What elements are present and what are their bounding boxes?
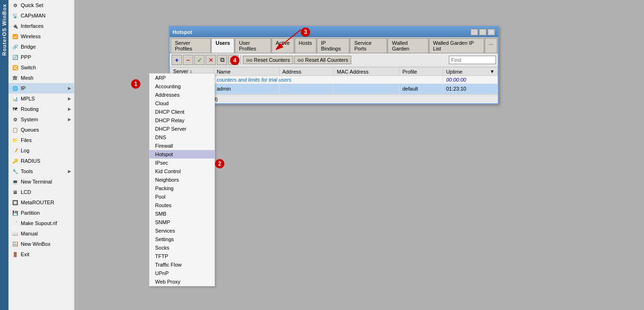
- submenu-accounting[interactable]: Accounting: [149, 82, 215, 91]
- sidebar-item-exit[interactable]: 🚪 Exit: [8, 249, 74, 260]
- submenu-services[interactable]: Services: [149, 226, 215, 235]
- capsman-icon: 📡: [11, 12, 19, 19]
- sidebar-item-interfaces[interactable]: 🔌 Interfaces: [8, 21, 74, 31]
- sidebar-item-ip[interactable]: 🌐 IP ▶: [8, 83, 74, 93]
- sidebar-item-files[interactable]: 📁 Files: [8, 135, 74, 145]
- lcd-icon: 🖥: [11, 188, 19, 196]
- submenu-dhcp-relay[interactable]: DHCP Relay: [149, 116, 215, 125]
- col-header-mac-address[interactable]: MAC Address: [334, 67, 399, 76]
- tab-active[interactable]: Active: [272, 38, 294, 53]
- hotspot-window: Hotspot _ □ ✕ Server Profiles Users User…: [169, 26, 499, 104]
- sidebar-item-mpls[interactable]: 📊 MPLS ▶: [8, 93, 74, 104]
- submenu-dhcp-client[interactable]: DHCP Client: [149, 108, 215, 116]
- submenu-neighbors[interactable]: Neighbors: [149, 176, 215, 184]
- tab-users[interactable]: Users: [211, 38, 234, 53]
- table-header-row: Server ↕ Name Address MAC Address: [170, 67, 498, 76]
- sidebar-item-lcd[interactable]: 🖥 LCD: [8, 187, 74, 197]
- interfaces-icon: 🔌: [11, 22, 19, 30]
- tab-hosts[interactable]: Hosts: [295, 38, 316, 53]
- table-row[interactable]: ☻ all admin default 01:23:10: [170, 84, 498, 94]
- submenu-dhcp-server[interactable]: DHCP Server: [149, 125, 215, 133]
- col-header-name[interactable]: Name: [214, 67, 279, 76]
- ip-arrow: ▶: [68, 86, 71, 91]
- cell-uptime: 01:23:10: [443, 84, 498, 94]
- uptime-dropdown-icon[interactable]: ▼: [490, 69, 495, 74]
- submenu-pool[interactable]: Pool: [149, 193, 215, 201]
- sidebar-item-radius[interactable]: 🔑 RADIUS: [8, 156, 74, 166]
- routing-arrow: ▶: [68, 107, 71, 111]
- reset-counters-button[interactable]: oo Reset Counters: [243, 56, 293, 64]
- remove-button[interactable]: −: [183, 55, 193, 65]
- sidebar-item-system[interactable]: ⚙ System ▶: [8, 114, 74, 125]
- tab-walled-garden-ip[interactable]: Walled Garden IP List: [429, 38, 484, 53]
- copy-button[interactable]: ⧉: [217, 55, 227, 65]
- tab-more[interactable]: ...: [485, 38, 497, 53]
- new-winbox-icon: 🪟: [11, 240, 19, 248]
- submenu-traffic-flow[interactable]: Traffic Flow: [149, 260, 215, 269]
- tab-walled-garden[interactable]: Walled Garden: [388, 38, 428, 53]
- sidebar-item-capsman[interactable]: 📡 CAPsMAN: [8, 10, 74, 21]
- cell-group-label: counters and limits for trial users: [214, 76, 443, 84]
- submenu-routes[interactable]: Routes: [149, 201, 215, 209]
- tab-server-profiles[interactable]: Server Profiles: [171, 38, 211, 53]
- sidebar-item-make-supout[interactable]: 📄 Make Supout.rif: [8, 218, 74, 228]
- sidebar-item-manual[interactable]: 📖 Manual: [8, 228, 74, 239]
- submenu-kid-control[interactable]: Kid Control: [149, 167, 215, 176]
- sidebar-item-new-winbox[interactable]: 🪟 New WinBox: [8, 239, 74, 249]
- submenu-settings[interactable]: Settings: [149, 235, 215, 243]
- tab-ip-bindings[interactable]: IP Bindings: [317, 38, 350, 53]
- close-button[interactable]: ✕: [487, 29, 495, 35]
- tab-service-ports[interactable]: Service Ports: [350, 38, 387, 53]
- submenu-dns[interactable]: DNS: [149, 133, 215, 142]
- sidebar-item-new-terminal[interactable]: 💻 New Terminal: [8, 176, 74, 187]
- sidebar-item-wireless[interactable]: 📶 Wireless: [8, 31, 74, 42]
- window-controls: _ □ ✕: [471, 29, 495, 35]
- badge-1: 1: [131, 79, 140, 89]
- reset-all-counters-button[interactable]: oo Reset All Counters: [294, 56, 352, 64]
- make-supout-icon: 📄: [11, 219, 19, 227]
- submenu-snmp[interactable]: SNMP: [149, 218, 215, 226]
- cancel-button[interactable]: ✕: [206, 55, 216, 65]
- submenu-addresses[interactable]: Addresses: [149, 91, 215, 99]
- apply-button[interactable]: ✓: [194, 55, 205, 65]
- cell-address: [279, 84, 334, 94]
- submenu-smb[interactable]: SMB: [149, 209, 215, 218]
- submenu-firewall[interactable]: Firewall: [149, 142, 215, 150]
- col-header-address[interactable]: Address: [279, 67, 334, 76]
- metarouter-icon: 🔲: [11, 199, 19, 206]
- submenu-socks[interactable]: Socks: [149, 243, 215, 252]
- sidebar-item-metarouter[interactable]: 🔲 MetaROUTER: [8, 197, 74, 208]
- sidebar-item-tools[interactable]: 🔧 Tools ▶: [8, 166, 74, 176]
- submenu-web-proxy[interactable]: Web Proxy: [149, 277, 215, 286]
- sidebar-item-routing[interactable]: 🗺 Routing ▶: [8, 104, 74, 114]
- maximize-button[interactable]: □: [479, 29, 487, 35]
- tools-arrow: ▶: [68, 169, 71, 174]
- badge-4: 4: [230, 56, 239, 65]
- sidebar-item-queues[interactable]: 📋 Queues: [8, 125, 74, 135]
- sidebar-item-ppp[interactable]: 🔄 PPP: [8, 52, 74, 62]
- submenu-tftp[interactable]: TFTP: [149, 252, 215, 260]
- cell-mac-address: [334, 84, 399, 94]
- add-button[interactable]: +: [172, 55, 182, 65]
- submenu-cloud[interactable]: Cloud: [149, 99, 215, 108]
- submenu-upnp[interactable]: UPnP: [149, 269, 215, 277]
- sidebar-item-switch[interactable]: 🔀 Switch: [8, 62, 74, 73]
- sidebar-item-quick-set[interactable]: ⚙ Quick Set: [8, 0, 74, 10]
- submenu-ipsec[interactable]: IPsec: [149, 159, 215, 167]
- window-title: Hotspot: [173, 29, 192, 35]
- minimize-button[interactable]: _: [471, 29, 478, 35]
- col-header-profile[interactable]: Profile: [399, 67, 443, 76]
- sidebar-item-mesh[interactable]: 🕸 Mesh: [8, 73, 74, 83]
- col-header-uptime[interactable]: Uptime ▼: [443, 67, 498, 76]
- find-input[interactable]: [449, 56, 496, 64]
- submenu-hotspot[interactable]: Hotspot: [149, 150, 215, 159]
- sidebar-item-log[interactable]: 📝 Log: [8, 145, 74, 156]
- submenu-packing[interactable]: Packing: [149, 184, 215, 193]
- main-content: ARP Accounting Addresses Cloud DHCP Clie…: [74, 0, 644, 310]
- tab-user-profiles[interactable]: User Profiles: [235, 38, 271, 53]
- submenu-arp[interactable]: ARP: [149, 74, 215, 82]
- table-row[interactable]: ▶ counters and limits for trial users 00…: [170, 76, 498, 84]
- sidebar-item-partition[interactable]: 💾 Partition: [8, 208, 74, 218]
- new-terminal-icon: 💻: [11, 178, 19, 185]
- sidebar-item-bridge[interactable]: 🔗 Bridge: [8, 42, 74, 52]
